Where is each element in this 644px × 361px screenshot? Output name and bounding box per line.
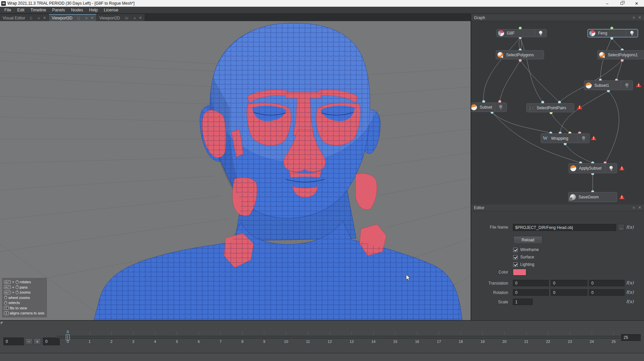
mouse-wheel-icon xyxy=(4,296,7,299)
tick: 24 xyxy=(581,332,603,344)
panel-close-icon[interactable]: ✕ xyxy=(638,15,641,20)
tick: 15 xyxy=(384,332,406,344)
menu-item[interactable]: License xyxy=(101,7,121,13)
frame-decrement-button[interactable]: − xyxy=(25,338,33,345)
tick: 13 xyxy=(341,332,363,344)
f-key-badge: F xyxy=(4,306,9,310)
mouse-cursor xyxy=(406,274,411,282)
surface-checkbox[interactable] xyxy=(513,255,518,259)
graph-node-g8f[interactable]: G8F xyxy=(496,29,547,37)
tab-viewport2d[interactable]: Viewport2D W ≡ ✕ xyxy=(97,14,145,21)
visibility-bulb-icon[interactable] xyxy=(625,83,629,88)
graph-node-selectpointpairs[interactable]: SelectPointPairs xyxy=(526,103,574,112)
rotation-x-input[interactable]: 0 xyxy=(513,289,549,296)
s-key-badge: S xyxy=(4,311,9,315)
shortcut-label: rotates xyxy=(20,280,31,284)
shortcut-label: aligns camera to axis xyxy=(10,311,44,315)
tick: 3 xyxy=(122,332,144,344)
panel-close-icon[interactable]: ✕ xyxy=(638,205,641,210)
mouse-icon xyxy=(16,280,18,284)
panel-menu-icon[interactable]: ≡ xyxy=(633,15,635,20)
menu-item[interactable]: Nodes xyxy=(68,7,86,13)
menu-item[interactable]: Edit xyxy=(14,7,28,13)
shortcut-label: wheel zooms xyxy=(8,296,30,300)
close-button[interactable]: ✕ xyxy=(629,0,644,7)
translation-x-input[interactable]: 0 xyxy=(513,280,549,286)
tick: 12 xyxy=(319,332,341,344)
tab-close-icon[interactable]: ✕ xyxy=(91,16,94,20)
alt-key-badge: ALT xyxy=(4,280,11,284)
timeline-bar: 0 − + 0 0 012345678910111213141516171819… xyxy=(0,320,644,353)
lighting-checkbox[interactable] xyxy=(513,262,518,267)
graph-panel: Graph ≡ ✕ xyxy=(471,14,644,204)
playhead-handle[interactable] xyxy=(66,335,70,340)
tick: 20 xyxy=(493,332,515,344)
wireframe-checkbox-row[interactable]: Wireframe xyxy=(513,247,539,252)
tab-close-icon[interactable]: ✕ xyxy=(139,16,142,20)
menu-item[interactable]: Timeline xyxy=(28,7,49,13)
scale-input[interactable]: 1 xyxy=(513,299,533,305)
panel-menu-icon[interactable]: ≡ xyxy=(633,205,635,210)
subset-icon xyxy=(471,104,477,110)
tab-close-icon[interactable]: ✕ xyxy=(43,16,46,20)
graph-node-subset[interactable]: Subset xyxy=(471,103,507,112)
color-label: Color xyxy=(475,270,508,275)
graph-node-savegeom[interactable]: SaveGeom xyxy=(568,192,617,202)
surface-checkbox-row[interactable]: Surface xyxy=(513,255,534,259)
tick: 16 xyxy=(406,332,428,344)
lighting-checkbox-row[interactable]: Lighting xyxy=(513,262,534,267)
timeline-start-input[interactable]: 0 xyxy=(3,338,24,345)
reload-button[interactable]: Reload xyxy=(514,236,542,244)
expression-fx-icon[interactable]: f(x) xyxy=(626,290,634,295)
tick: 23 xyxy=(559,332,581,344)
rotation-z-input[interactable]: 0 xyxy=(589,289,625,296)
translation-y-input[interactable]: 0 xyxy=(551,280,587,286)
graph-node-wrapping[interactable]: Wrapping xyxy=(541,133,590,143)
restore-button[interactable] xyxy=(614,0,629,7)
tab-viewport3d[interactable]: Viewport3D Q ≡ ✕ xyxy=(49,14,96,21)
visibility-bulb-icon[interactable] xyxy=(539,31,543,36)
graph-node-applysubset[interactable]: ApplySubset xyxy=(569,163,617,173)
viewport-shortcut-hints: ALT+rotates ALT+pans ALT+zooms wheel zoo… xyxy=(2,278,47,318)
tab-menu-icon[interactable]: ≡ xyxy=(133,16,135,20)
minimize-button[interactable]: – xyxy=(600,0,614,7)
browse-button[interactable]: ... xyxy=(618,224,625,231)
graph-node-subset1[interactable]: Subset1 xyxy=(584,80,633,90)
graph-node-feng[interactable]: Feng xyxy=(588,29,638,37)
timeline-end-input[interactable]: 25 xyxy=(621,334,641,341)
visibility-bulb-icon[interactable] xyxy=(499,105,503,110)
subset-icon xyxy=(586,82,592,88)
visibility-bulb-icon[interactable] xyxy=(630,31,634,36)
tab-visual-editor[interactable]: Visual Editor E ≡ ✕ xyxy=(0,14,49,21)
graph-node-selectpolygons1[interactable]: SelectPolygons1 xyxy=(597,50,644,59)
editor-panel-title: Editor xyxy=(474,205,484,210)
rotation-y-input[interactable]: 0 xyxy=(551,289,587,296)
tick: 10 xyxy=(275,332,297,344)
editor-panel-header: Editor ≡ ✕ xyxy=(471,204,644,211)
tab-menu-icon[interactable]: ≡ xyxy=(38,16,40,20)
visibility-bulb-icon[interactable] xyxy=(609,166,613,171)
node-graph-canvas[interactable]: G8F Feng SelectPolygons SelectPolygons1 … xyxy=(471,21,644,204)
wireframe-checkbox[interactable] xyxy=(513,248,518,252)
graph-panel-header: Graph ≡ ✕ xyxy=(471,14,644,21)
expression-fx-icon[interactable]: f(x) xyxy=(626,225,634,230)
subset-icon xyxy=(570,165,576,171)
shortcut-label: fits to view xyxy=(10,306,27,310)
expression-fx-icon[interactable]: f(x) xyxy=(626,299,634,304)
frame-increment-button[interactable]: + xyxy=(34,338,41,345)
color-swatch[interactable] xyxy=(513,269,526,276)
title-bar: W Wrap 2021.11.3 TRIAL PERIOD (30 Days L… xyxy=(0,0,644,7)
graph-node-selectpolygons[interactable]: SelectPolygons xyxy=(496,50,544,59)
tick: 11 xyxy=(297,332,319,344)
translation-z-input[interactable]: 0 xyxy=(589,280,625,286)
shortcut-label: zooms xyxy=(20,290,31,294)
file-name-input[interactable]: $PROJECT_DIR/Feng Head.obj xyxy=(513,224,616,231)
viewport-3d[interactable]: ALT+rotates ALT+pans ALT+zooms wheel zoo… xyxy=(0,21,471,320)
menu-item[interactable]: Panels xyxy=(49,7,68,13)
tab-menu-icon[interactable]: ≡ xyxy=(86,16,87,20)
visibility-bulb-icon[interactable] xyxy=(582,136,586,141)
menu-item[interactable]: Help xyxy=(86,7,101,13)
expression-fx-icon[interactable]: f(x) xyxy=(626,280,634,285)
splitter-handle-icon[interactable] xyxy=(1,322,3,324)
menu-item[interactable]: File xyxy=(1,7,14,13)
